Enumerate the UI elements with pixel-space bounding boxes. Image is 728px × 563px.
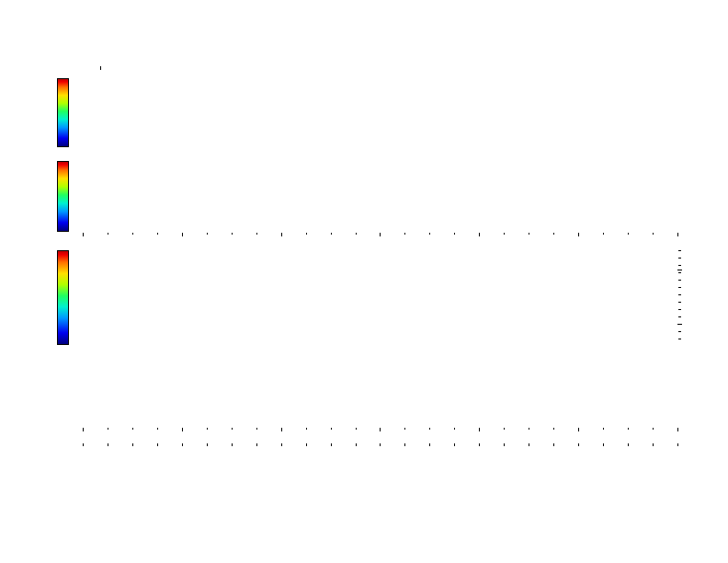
tnr-right-minor-ticks <box>678 250 681 343</box>
tnr-colorbar <box>57 250 69 345</box>
time-axis1-major-ticks <box>83 233 678 236</box>
rad1-colorbar <box>57 161 69 232</box>
rad1-spectrogram-canvas <box>83 156 677 233</box>
rad2-colorbar <box>57 78 69 147</box>
tnr-right-tick-100 <box>677 270 682 270</box>
rad2-spectrogram-canvas <box>83 66 677 147</box>
legend-hour-ticks <box>83 443 678 446</box>
wind-waves-summary-plot <box>0 0 728 563</box>
tnr-spectrogram-canvas <box>83 246 677 347</box>
time-axis2-major-ticks <box>83 428 678 431</box>
tnr-right-tick-10 <box>677 324 682 325</box>
agc-line-panels-canvas <box>83 347 677 428</box>
